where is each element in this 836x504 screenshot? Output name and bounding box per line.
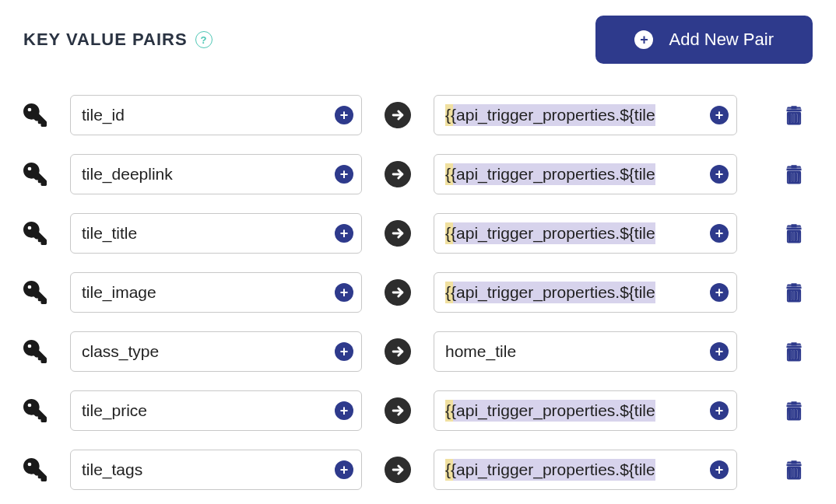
arrow-column xyxy=(362,457,434,483)
svg-rect-13 xyxy=(792,166,797,168)
add-to-value-icon[interactable]: + xyxy=(710,283,729,302)
arrow-column xyxy=(362,220,434,247)
key-input[interactable]: class_type+ xyxy=(70,331,362,372)
add-to-key-icon[interactable]: + xyxy=(335,165,353,184)
trash-icon xyxy=(783,177,805,189)
svg-rect-4 xyxy=(796,114,798,123)
svg-rect-41 xyxy=(792,403,797,404)
delete-pair-button[interactable] xyxy=(783,280,805,305)
key-value-pairs-list: tile_id+ {{api_trigger_properties.${tile… xyxy=(23,95,813,490)
key-icon xyxy=(23,222,70,245)
arrow-right-icon xyxy=(385,457,411,483)
help-icon[interactable]: ? xyxy=(195,31,213,48)
svg-rect-33 xyxy=(787,345,802,348)
arrow-right-icon xyxy=(385,397,411,424)
delete-pair-button[interactable] xyxy=(783,457,805,482)
trash-column xyxy=(737,103,813,128)
trash-icon xyxy=(783,473,805,485)
add-to-value-icon[interactable]: + xyxy=(710,460,729,479)
svg-rect-27 xyxy=(792,285,797,286)
svg-rect-34 xyxy=(792,344,797,345)
svg-rect-24 xyxy=(793,292,795,300)
arrow-column xyxy=(362,161,434,187)
svg-rect-20 xyxy=(792,226,797,227)
svg-rect-39 xyxy=(796,410,798,418)
value-input[interactable]: {{api_trigger_properties.${tile+ xyxy=(434,213,737,254)
add-to-value-icon[interactable]: + xyxy=(710,224,729,243)
key-input[interactable]: tile_id+ xyxy=(70,95,362,135)
svg-rect-38 xyxy=(793,410,795,418)
value-input[interactable]: {{api_trigger_properties.${tile+ xyxy=(434,450,737,490)
key-icon xyxy=(23,103,70,127)
key-icon xyxy=(23,458,70,481)
trash-icon xyxy=(783,118,805,130)
svg-rect-16 xyxy=(791,233,792,241)
trash-column xyxy=(737,221,813,246)
delete-pair-button[interactable] xyxy=(783,339,805,364)
value-text: {{api_trigger_properties.${tile xyxy=(445,400,704,422)
svg-rect-37 xyxy=(791,410,792,418)
key-input[interactable]: tile_tags+ xyxy=(70,450,362,490)
key-input[interactable]: tile_title+ xyxy=(70,213,362,254)
section-title: KEY VALUE PAIRS xyxy=(23,30,188,50)
arrow-column xyxy=(362,279,434,306)
header-row: KEY VALUE PAIRS ? + Add New Pair xyxy=(23,16,813,64)
add-to-key-icon[interactable]: + xyxy=(335,224,353,243)
svg-rect-6 xyxy=(792,107,797,109)
svg-rect-10 xyxy=(793,173,795,182)
add-to-key-icon[interactable]: + xyxy=(335,342,353,361)
svg-rect-45 xyxy=(793,469,795,478)
plus-icon: + xyxy=(634,30,653,49)
arrow-right-icon xyxy=(385,338,411,365)
add-new-pair-button[interactable]: + Add New Pair xyxy=(595,16,813,64)
svg-rect-18 xyxy=(796,233,798,241)
add-to-value-icon[interactable]: + xyxy=(710,165,729,184)
key-text: tile_tags xyxy=(82,460,328,479)
title-group: KEY VALUE PAIRS ? xyxy=(23,30,213,50)
add-to-value-icon[interactable]: + xyxy=(710,342,729,361)
value-input[interactable]: {{api_trigger_properties.${tile+ xyxy=(434,154,737,194)
pair-row: class_type+ home_tile+ xyxy=(23,331,813,372)
value-input[interactable]: {{api_trigger_properties.${tile+ xyxy=(434,390,737,431)
svg-rect-5 xyxy=(787,109,802,111)
value-input[interactable]: {{api_trigger_properties.${tile+ xyxy=(434,95,737,135)
trash-column xyxy=(737,339,813,364)
trash-icon xyxy=(783,414,805,425)
value-text: {{api_trigger_properties.${tile xyxy=(445,282,704,303)
add-to-key-icon[interactable]: + xyxy=(335,106,353,124)
key-icon xyxy=(23,399,70,422)
key-icon xyxy=(23,281,70,304)
pair-row: tile_price+ {{api_trigger_properties.${t… xyxy=(23,390,813,431)
delete-pair-button[interactable] xyxy=(783,103,805,128)
key-text: class_type xyxy=(82,342,328,361)
key-input[interactable]: tile_image+ xyxy=(70,272,362,313)
trash-column xyxy=(737,457,813,482)
trash-icon xyxy=(783,296,805,307)
add-to-key-icon[interactable]: + xyxy=(335,401,353,420)
key-input[interactable]: tile_deeplink+ xyxy=(70,154,362,194)
arrow-column xyxy=(362,102,434,128)
add-to-value-icon[interactable]: + xyxy=(710,106,729,124)
arrow-right-icon xyxy=(385,220,411,247)
add-to-value-icon[interactable]: + xyxy=(710,401,729,420)
pair-row: tile_title+ {{api_trigger_properties.${t… xyxy=(23,213,813,254)
value-text: {{api_trigger_properties.${tile xyxy=(445,163,704,185)
value-input[interactable]: {{api_trigger_properties.${tile+ xyxy=(434,272,737,313)
pair-row: tile_image+ {{api_trigger_properties.${t… xyxy=(23,272,813,313)
pair-row: tile_tags+ {{api_trigger_properties.${ti… xyxy=(23,450,813,490)
key-input[interactable]: tile_price+ xyxy=(70,390,362,431)
add-to-key-icon[interactable]: + xyxy=(335,283,353,302)
trash-column xyxy=(737,398,813,423)
delete-pair-button[interactable] xyxy=(783,221,805,246)
svg-rect-31 xyxy=(793,351,795,359)
add-to-key-icon[interactable]: + xyxy=(335,460,353,479)
svg-rect-47 xyxy=(787,464,802,466)
delete-pair-button[interactable] xyxy=(783,162,805,187)
key-text: tile_image xyxy=(82,283,328,302)
value-input[interactable]: home_tile+ xyxy=(434,331,737,372)
key-text: tile_price xyxy=(82,401,328,420)
delete-pair-button[interactable] xyxy=(783,398,805,423)
value-text: {{api_trigger_properties.${tile xyxy=(445,459,704,481)
svg-rect-17 xyxy=(793,233,795,241)
trash-column xyxy=(737,280,813,305)
